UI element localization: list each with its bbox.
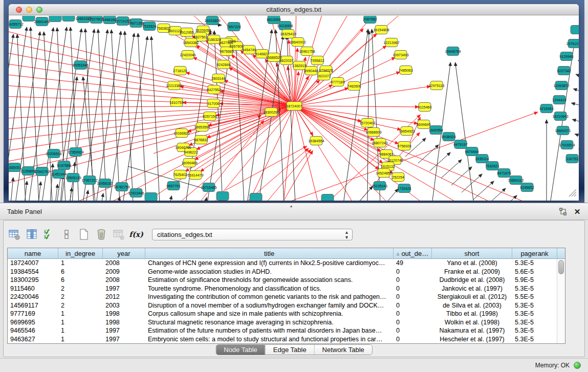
table-row[interactable]: 1872400712008Changes of HCN gene express… — [8, 259, 557, 268]
graph-node-label: 15716485 — [201, 186, 216, 189]
graph-node-label: 20691406 — [34, 20, 50, 24]
vertical-scrollbar[interactable] — [557, 259, 565, 343]
tab-edge-table[interactable]: Edge Table — [265, 345, 314, 355]
graph-node-label: 19046766 — [175, 146, 191, 149]
float-panel-icon[interactable] — [558, 207, 568, 216]
graph-node-label: 15751074 — [566, 42, 579, 46]
graph-node-label: 9227342 — [557, 69, 571, 73]
graph-node-label: 2935114 — [475, 157, 489, 161]
table-cell: Estimation of significance thresholds fo… — [145, 276, 394, 283]
resize-grip-icon[interactable] — [574, 194, 576, 196]
table-cell: Stergiakouli et al. (2012) — [432, 293, 512, 300]
graph-node-label: 16914479 — [187, 173, 203, 177]
table-cell: 5.3E-5 — [512, 327, 557, 334]
delete-table-icon — [112, 228, 125, 241]
column-header-name[interactable]: name — [8, 248, 58, 258]
graph-node[interactable] — [250, 193, 262, 201]
graph-node-label: 22420046 — [180, 53, 195, 57]
graph-node-label: 12942757 — [34, 170, 50, 173]
delete-column-icon[interactable] — [95, 228, 108, 241]
table-cell: 0 — [394, 293, 432, 300]
sort-ascending-icon: ▵ — [397, 250, 400, 257]
graph-node-label: 11156869 — [20, 169, 36, 173]
graph-node-label: 10973493 — [393, 53, 408, 57]
node-table: namein_degreeyeartitle▵out_de…shortpager… — [7, 248, 565, 344]
network-selector[interactable]: citations_edges.txt ▲▼ — [152, 229, 353, 240]
table-cell: 0 — [394, 268, 432, 275]
table-row[interactable]: 1830029562008Estimation of significance … — [8, 276, 557, 285]
new-column-icon[interactable] — [77, 228, 91, 241]
tab-network-table[interactable]: Network Table — [314, 345, 372, 355]
graph-node-label: 8990448 — [304, 69, 318, 73]
graph-node-label: 9474444 — [465, 150, 478, 154]
table-row[interactable]: 1938455462009Genome-wide association stu… — [8, 268, 557, 276]
table-cell: 1998 — [103, 319, 145, 326]
row-height-icon[interactable] — [60, 228, 73, 241]
table-cell: 1998 — [103, 310, 145, 317]
network-canvas[interactable]: 1405571220691406106532871527602646616010… — [9, 16, 579, 201]
function-builder-icon[interactable]: f(x) — [129, 228, 143, 241]
table-cell: 5.9E-5 — [512, 276, 557, 283]
graph-node-label: 16099469 — [181, 161, 197, 165]
graph-node-label: 9129946 — [559, 55, 573, 58]
resize-grip-icon[interactable] — [572, 192, 576, 196]
splitter-handle-icon[interactable]: ▴ — [290, 204, 292, 208]
table-row[interactable]: 911546021997Tourette syndrome. Phenomeno… — [8, 285, 557, 293]
graph-node-label: 9215953 — [539, 107, 553, 111]
table-cell: Yano et al. (2008) — [432, 259, 512, 267]
graph-node-label: 1733426 — [397, 187, 411, 190]
graph-node-label: 18807243 — [372, 141, 387, 145]
citation-network-graph[interactable]: 1405571220691406106532871527602646616010… — [9, 16, 579, 201]
show-columns-icon[interactable] — [25, 228, 38, 241]
table-panel-title: Table Panel — [7, 203, 42, 220]
column-header-pagerank[interactable]: pagerank — [512, 248, 557, 258]
graph-node-label: 19166825 — [173, 132, 189, 135]
column-header-year[interactable]: year — [103, 248, 145, 258]
graph-node[interactable] — [571, 26, 579, 34]
graph-node[interactable] — [62, 16, 75, 21]
table-row[interactable]: 1456911722003Disruption of a novel membe… — [8, 301, 557, 310]
close-window-button[interactable] — [16, 7, 22, 13]
minimize-window-button[interactable] — [26, 7, 32, 13]
graph-node-label: 9884067 — [379, 152, 393, 156]
column-header-short[interactable]: short — [432, 248, 512, 258]
table-cell: Tibbo et al. (1998) — [432, 310, 512, 317]
graph-node-label: 8813054 — [267, 18, 280, 21]
graph-node[interactable] — [23, 16, 35, 21]
close-panel-icon[interactable]: ✕ — [573, 207, 582, 216]
select-columns-icon[interactable] — [42, 228, 56, 241]
graph-node-label: 8267150 — [203, 115, 216, 118]
graph-node-label: 16543382 — [183, 41, 199, 45]
column-header-out_de[interactable]: ▵out_de… — [394, 248, 432, 258]
column-header-in_degree[interactable]: in_degree — [58, 248, 103, 258]
graph-node[interactable] — [145, 193, 157, 201]
table-cell: 0 — [394, 302, 432, 309]
tab-node-table[interactable]: Node Table — [216, 345, 265, 355]
column-header-title[interactable]: title — [145, 248, 394, 258]
network-window-titlebar[interactable]: citations_edges.txt — [9, 4, 579, 15]
graph-node-label: 16961758 — [299, 50, 315, 53]
table-cell: 18724007 — [8, 259, 58, 267]
table-row[interactable]: 977716911998Corpus callosum shape and si… — [8, 310, 557, 318]
table-cell: Tourette syndrome. Phenomenology and cla… — [145, 285, 394, 292]
table-row[interactable]: 969969511998Structural magnetic resonanc… — [8, 318, 557, 327]
graph-node-label: 19384554 — [308, 139, 324, 143]
graph-node[interactable] — [216, 192, 229, 201]
graph-node[interactable] — [321, 194, 334, 201]
table-row[interactable]: 946554611997Estimation of the future num… — [8, 326, 557, 335]
table-row[interactable]: 946362711997Embryonic stem cells: a mode… — [8, 335, 557, 344]
scrollbar-thumb[interactable] — [558, 260, 564, 274]
table-cell: 0 — [394, 285, 432, 292]
graph-node-label: 7462606 — [347, 84, 361, 88]
graph-node-label: 14055712 — [9, 23, 24, 26]
table-cell: 0 — [394, 336, 432, 343]
zoom-window-button[interactable] — [36, 7, 42, 13]
table-row[interactable]: 2242004622012Investigating the contribut… — [8, 293, 557, 301]
table-cell: 1997 — [103, 327, 145, 334]
table-cell: Changes of HCN gene expression and I(f) … — [145, 259, 394, 267]
graph-node-label: 16648784 — [445, 50, 461, 53]
graph-node-label: 8454749 — [242, 48, 256, 52]
table-cell: 2 — [58, 285, 103, 292]
graph-node[interactable] — [49, 16, 61, 22]
table-settings-icon[interactable] — [8, 228, 21, 241]
